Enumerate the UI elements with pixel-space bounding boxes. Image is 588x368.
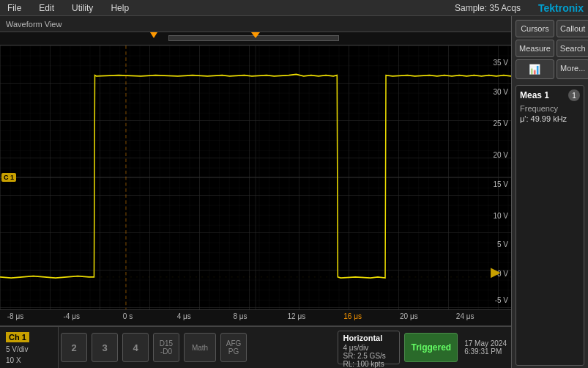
channel-3-button[interactable]: 3 [92, 333, 118, 362]
meas1-title: Meas 1 [520, 90, 568, 100]
sample-info: Sample: 35 Acqs [455, 3, 521, 13]
trigger-position-marker[interactable] [251, 32, 260, 41]
brand-logo: Tektronix [538, 2, 584, 14]
t-label-m8: -8 μs [7, 312, 23, 320]
t-label-0: 0 s [123, 312, 133, 320]
waveform-canvas[interactable]: C 1 35 V 30 V 25 V 20 V 15 V 10 V 5 V 0 … [0, 45, 511, 309]
afg-pg-button[interactable]: AFG PG [220, 333, 247, 362]
meas-panel[interactable]: Meas 1 1 Frequency μ': 49.99 kHz [516, 85, 584, 366]
t-label-4: 4 μs [177, 312, 191, 320]
channel-4-button[interactable]: 4 [122, 333, 149, 362]
meas1-value: μ': 49.99 kHz [520, 114, 580, 123]
waveform-svg [0, 45, 511, 309]
meas1-number: 1 [568, 89, 580, 101]
meas1-type: Frequency [520, 104, 580, 113]
waveform-header: Waveform View [0, 16, 511, 32]
v-label-35: 35 V [493, 59, 508, 67]
utility-menu[interactable]: Utility [69, 1, 96, 15]
t-label-8: 8 μs [233, 312, 247, 320]
t-label-m4: -4 μs [64, 312, 80, 320]
v-label-25: 25 V [493, 119, 508, 128]
more-button[interactable]: More... [557, 59, 588, 79]
v-label-20: 20 V [493, 151, 508, 159]
ch1-info-panel[interactable]: Ch 1 5 V/div 10 X 500 MHz [0, 327, 59, 368]
scope-area: Waveform View [0, 16, 511, 368]
v-label-5: 5 V [497, 240, 508, 249]
file-menu[interactable]: File [4, 1, 24, 15]
time-axis: -8 μs -4 μs 0 s 4 μs 8 μs 12 μs 16 μs 20… [0, 309, 511, 325]
v-label-30: 30 V [493, 88, 508, 96]
v-label-10: 10 V [493, 212, 508, 220]
datetime-display: 17 May 2024 6:39:31 PM [460, 327, 511, 368]
spacer [249, 327, 335, 368]
edit-menu[interactable]: Edit [36, 1, 57, 15]
t-label-20: 20 μs [400, 312, 418, 320]
v-label-m5: -5 V [495, 296, 508, 304]
v-label-0: 0 V [497, 270, 508, 278]
menu-bar: File Edit Utility Help Sample: 35 Acqs T… [0, 0, 588, 16]
waveform-icon-button[interactable]: 📊 [516, 59, 554, 79]
d15-d0-button[interactable]: D15 -D0 [153, 333, 179, 362]
main-area: Waveform View [0, 16, 588, 368]
right-top-buttons: Cursors Callout Measure Search 📊 More... [512, 16, 588, 83]
search-button[interactable]: Search [557, 40, 588, 57]
ch1-label: Ch 1 [6, 332, 29, 342]
callout-button[interactable]: Callout [557, 20, 588, 37]
channel-2-button[interactable]: 2 [61, 333, 87, 362]
triggered-status[interactable]: Triggered [404, 333, 458, 362]
help-menu[interactable]: Help [108, 1, 132, 15]
cursors-button[interactable]: Cursors [516, 20, 554, 37]
status-bar: Ch 1 5 V/div 10 X 500 MHz 2 3 4 D15 -D0 … [0, 325, 511, 368]
math-button[interactable]: Math [184, 333, 216, 362]
trigger-bar[interactable] [0, 32, 511, 45]
t-label-24: 24 μs [456, 312, 475, 320]
ch1-ground-marker: C 1 [1, 173, 16, 182]
v-label-15: 15 V [493, 180, 508, 188]
horizontal-info[interactable]: Horizontal 4 μs/div SR: 2.5 GS/s RL: 100… [338, 331, 400, 364]
meas-title-row: Meas 1 1 [520, 89, 580, 101]
measure-button[interactable]: Measure [516, 40, 554, 57]
waveform-title: Waveform View [6, 20, 62, 29]
t-label-16: 16 μs [343, 312, 362, 320]
right-panel: Cursors Callout Measure Search 📊 More...… [511, 16, 588, 368]
ch1-details: 5 V/div 10 X 500 MHz [6, 344, 52, 368]
cursor1-top-marker [150, 32, 157, 38]
t-label-12: 12 μs [287, 312, 305, 320]
